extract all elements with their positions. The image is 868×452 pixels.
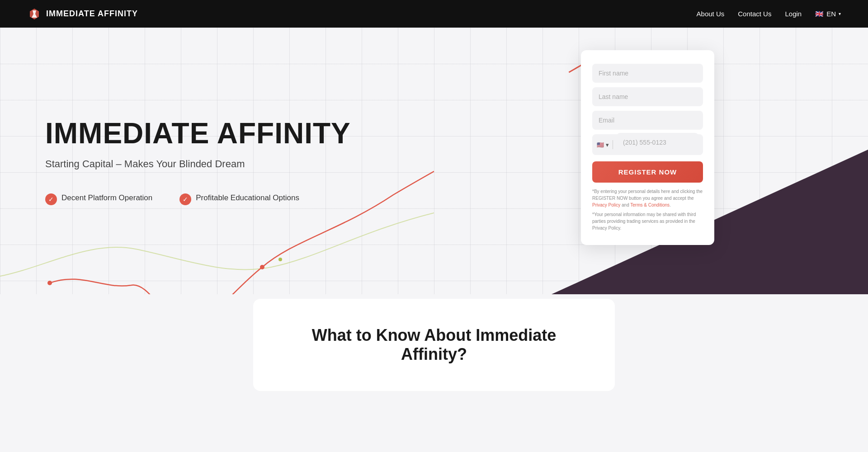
feature-check-1: ✓ (45, 193, 57, 205)
section-know-wrapper: What to Know About Immediate Affinity? (0, 294, 868, 391)
navbar: IMMEDIATE AFFINITY About Us Contact Us L… (0, 0, 868, 28)
hero-title: IMMEDIATE AFFINITY (45, 117, 351, 150)
hero-subtitle: Starting Capital – Makes Your Blinded Dr… (45, 158, 351, 170)
nav-contact-us[interactable]: Contact Us (738, 10, 771, 18)
flag-us-icon: 🇺🇸 (597, 141, 604, 148)
nav-about-us[interactable]: About Us (697, 10, 725, 18)
flag-icon: 🇬🇧 (815, 10, 824, 18)
feature-text-2: Profitable Educational Options (196, 193, 299, 203)
first-name-input[interactable] (592, 64, 703, 83)
registration-card: 🇺🇸 ▾ REGISTER NOW *By entering your pers… (581, 50, 714, 245)
svg-point-0 (47, 281, 52, 285)
hero-content: IMMEDIATE AFFINITY Starting Capital – Ma… (0, 89, 396, 232)
phone-row: 🇺🇸 ▾ (592, 134, 703, 155)
disclaimer-text-2: *Your personal information may be shared… (592, 211, 703, 231)
terms-link[interactable]: Terms & Conditions (630, 202, 670, 207)
section-know-title: What to Know About Immediate Affinity? (289, 326, 579, 364)
disclaimer-text-1: *By entering your personal details here … (592, 188, 703, 208)
lang-label: EN (826, 10, 836, 18)
brand-icon (27, 7, 42, 21)
hero-section: IMMEDIATE AFFINITY Starting Capital – Ma… (0, 28, 868, 294)
chevron-down-icon: ▾ (839, 11, 841, 16)
phone-input[interactable] (617, 133, 698, 152)
register-now-button[interactable]: REGISTER NOW (592, 161, 703, 183)
brand-name: IMMEDIATE AFFINITY (46, 9, 138, 19)
feature-check-2: ✓ (179, 193, 191, 205)
brand-logo[interactable]: IMMEDIATE AFFINITY (27, 7, 138, 21)
privacy-policy-link[interactable]: Privacy Policy (592, 202, 620, 207)
phone-divider (613, 140, 613, 149)
svg-point-2 (260, 265, 264, 269)
phone-country-selector[interactable]: 🇺🇸 ▾ (597, 141, 609, 148)
feature-item-1: ✓ Decent Platform Operation (45, 193, 152, 205)
nav-links: About Us Contact Us Login 🇬🇧 EN ▾ (697, 10, 841, 18)
bottom-section (0, 391, 868, 452)
feature-text-1: Decent Platform Operation (61, 193, 152, 203)
phone-code: ▾ (606, 141, 609, 148)
hero-features: ✓ Decent Platform Operation ✓ Profitable… (45, 193, 351, 205)
last-name-input[interactable] (592, 87, 703, 106)
nav-login[interactable]: Login (785, 10, 802, 18)
svg-point-3 (278, 258, 282, 261)
feature-item-2: ✓ Profitable Educational Options (179, 193, 299, 205)
email-input[interactable] (592, 111, 703, 130)
section-know: What to Know About Immediate Affinity? (253, 299, 615, 391)
language-selector[interactable]: 🇬🇧 EN ▾ (815, 10, 841, 18)
